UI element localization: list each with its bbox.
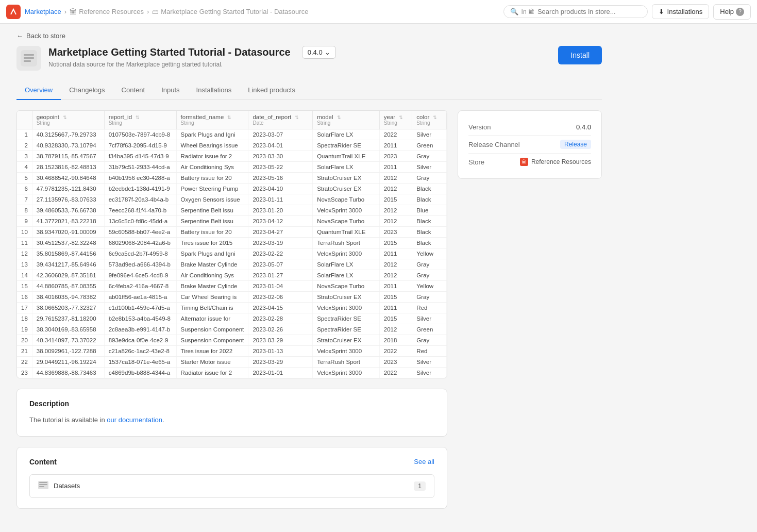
table-row: 1938.3040169,-83.659582c8aea3b-e991-4147… xyxy=(17,324,447,335)
table-cell: 2011 xyxy=(379,281,412,292)
table-cell: 2023-03-29 xyxy=(248,335,313,346)
th-formatted-name: formatted_name ⇅String xyxy=(176,111,248,129)
svg-rect-6 xyxy=(39,482,47,483)
table-row: 1038.9347020,-91.0000959c60588-bb07-4ee2… xyxy=(17,227,447,238)
app-logo xyxy=(6,5,21,19)
table-cell: VeloxSprint 3000 xyxy=(313,368,380,378)
table-cell: 2015 xyxy=(379,238,412,248)
version-selector[interactable]: 0.4.0 ⌄ xyxy=(302,46,336,59)
table-cell: Timing Belt/Chain is xyxy=(176,303,248,313)
table-cell: 9fe096e4-6ce5-4cd8-9 xyxy=(104,270,176,281)
table-row: 727.1135976,-83.07633ec31787f-20a3-4b4a-… xyxy=(17,194,447,205)
table-row: 338.7879115,-85.47567f34ba395-d145-47d3-… xyxy=(17,151,447,162)
product-icon xyxy=(16,46,41,71)
page-content: ← Back to store Marketplace Getting Star… xyxy=(0,24,618,525)
row-number: 11 xyxy=(17,238,32,248)
back-to-store-link[interactable]: ← Back to store xyxy=(16,24,602,46)
th-geopoint: geopoint ⇅String xyxy=(32,111,104,129)
install-button[interactable]: Install xyxy=(558,46,602,64)
table-row: 647.9781235,-121.8430b2ecbdc1-138d-4191-… xyxy=(17,184,447,194)
table-cell: c1d100b1-459c-47d5-a xyxy=(104,303,176,313)
table-cell: 2015 xyxy=(379,194,412,205)
table-cell: Black xyxy=(412,227,447,238)
table-cell: 29.0449211,-96.19224 xyxy=(32,357,104,368)
table-cell: Serpentine Belt issu xyxy=(176,205,248,216)
table-cell: 38.9347020,-91.00009 xyxy=(32,227,104,238)
breadcrumb-marketplace[interactable]: Marketplace xyxy=(25,8,61,15)
search-input[interactable] xyxy=(537,8,641,15)
table-cell: 38.7879115,-85.47567 xyxy=(32,151,104,162)
table-cell: Yellow xyxy=(412,248,447,259)
table-row: 1339.4341217,-85.64946573ad9ed-a666-4394… xyxy=(17,259,447,270)
tab-linked-products[interactable]: Linked products xyxy=(240,81,304,100)
table-cell: SolarFlare LX xyxy=(313,129,380,140)
breadcrumb-sep2: › xyxy=(147,8,149,15)
table-cell: 2022 xyxy=(379,129,412,140)
product-title: Marketplace Getting Started Tutorial - D… xyxy=(48,46,291,58)
see-all-link[interactable]: See all xyxy=(414,458,434,466)
breadcrumb-reference-resources[interactable]: 🏛 Reference Resources xyxy=(70,8,144,16)
table-cell: 2022 xyxy=(379,368,412,378)
tab-content[interactable]: Content xyxy=(113,81,154,100)
table-cell: 2022 xyxy=(379,346,412,357)
th-report-id: report_id ⇅String xyxy=(104,111,176,129)
table-cell: Green xyxy=(412,324,447,335)
table-cell: 2023-01-27 xyxy=(248,270,313,281)
tab-inputs[interactable]: Inputs xyxy=(153,81,188,100)
table-cell: 39.4860533,-76.66738 xyxy=(32,205,104,216)
table-cell: 2012 xyxy=(379,324,412,335)
table-cell: Silver xyxy=(412,162,447,173)
table-cell: 44.8369888,-88.73463 xyxy=(32,368,104,378)
dataset-left: Datasets xyxy=(38,481,80,491)
content-card: Content See all Datasets xyxy=(16,447,447,509)
dataset-row: Datasets 1 xyxy=(29,474,434,498)
table-cell: 2023-05-16 xyxy=(248,173,313,184)
reference-resources-icon: 🏛 xyxy=(70,8,77,16)
table-cell: 6c9ca5cd-2b7f-4959-8 xyxy=(104,248,176,259)
table-cell: 2011 xyxy=(379,162,412,173)
main-grid: geopoint ⇅String report_id ⇅String forma… xyxy=(16,110,602,509)
table-cell: 2023-03-19 xyxy=(248,238,313,248)
table-row: 1638.4016035,-94.78382ab01ff56-ae1a-4815… xyxy=(17,292,447,303)
help-button[interactable]: Help ? xyxy=(713,4,751,20)
tab-overview[interactable]: Overview xyxy=(16,81,61,100)
svg-rect-2 xyxy=(24,54,34,56)
table-cell: 2023-01-11 xyxy=(248,194,313,205)
product-header: Marketplace Getting Started Tutorial - D… xyxy=(16,46,602,81)
dataset-icon xyxy=(38,481,48,491)
table-cell: Yellow xyxy=(412,281,447,292)
table-cell: 41.3772021,-83.22218 xyxy=(32,216,104,227)
info-card: Version 0.4.0 Release Channel Release St… xyxy=(458,110,602,179)
table-cell: 573ad9ed-a666-4394-b xyxy=(104,259,176,270)
row-number: 8 xyxy=(17,205,32,216)
documentation-link[interactable]: our documentation xyxy=(107,416,162,424)
main-right: Version 0.4.0 Release Channel Release St… xyxy=(458,110,602,509)
row-number: 6 xyxy=(17,184,32,194)
breadcrumb-sep1: › xyxy=(64,8,66,15)
table-cell: 2023-05-22 xyxy=(248,162,313,173)
table-row: 1829.7615237,-81.18200b2e8b153-a4ba-4549… xyxy=(17,313,447,324)
table-row: 1235.8015869,-87.441566c9ca5cd-2b7f-4959… xyxy=(17,248,447,259)
installations-button[interactable]: ⬇ Installations xyxy=(652,4,710,19)
table-cell: 7eecc268-f1f4-4a70-b xyxy=(104,205,176,216)
table-cell: Radiator issue for 2 xyxy=(176,151,248,162)
table-cell: 2023-01-04 xyxy=(248,281,313,292)
breadcrumb: Marketplace › 🏛 Reference Resources › 🗃 … xyxy=(25,8,308,16)
row-number: 7 xyxy=(17,194,32,205)
table-cell: 2023-01-20 xyxy=(248,205,313,216)
table-row: 2229.0449211,-96.192241537ca18-071e-4e65… xyxy=(17,357,447,368)
table-cell: Car Wheel Bearing is xyxy=(176,292,248,303)
table-cell: ab01ff56-ae1a-4815-a xyxy=(104,292,176,303)
table-row: 140.3125667,-79.297330107503e-7897-4cb9-… xyxy=(17,129,447,140)
tab-changelogs[interactable]: Changelogs xyxy=(61,81,113,100)
table-cell: 59c60588-bb07-4ee2-a xyxy=(104,227,176,238)
table-cell: Red xyxy=(412,346,447,357)
table-cell: 2023-01-01 xyxy=(248,368,313,378)
row-number: 10 xyxy=(17,227,32,238)
table-cell: 28.1523816,-82.48813 xyxy=(32,162,104,173)
table-cell: Spark Plugs and Igni xyxy=(176,248,248,259)
table-row: 1442.3606029,-87.351819fe096e4-6ce5-4cd8… xyxy=(17,270,447,281)
table-cell: 30.4688542,-90.84648 xyxy=(32,173,104,184)
tab-installations[interactable]: Installations xyxy=(188,81,240,100)
table-cell: 2023-03-29 xyxy=(248,357,313,368)
